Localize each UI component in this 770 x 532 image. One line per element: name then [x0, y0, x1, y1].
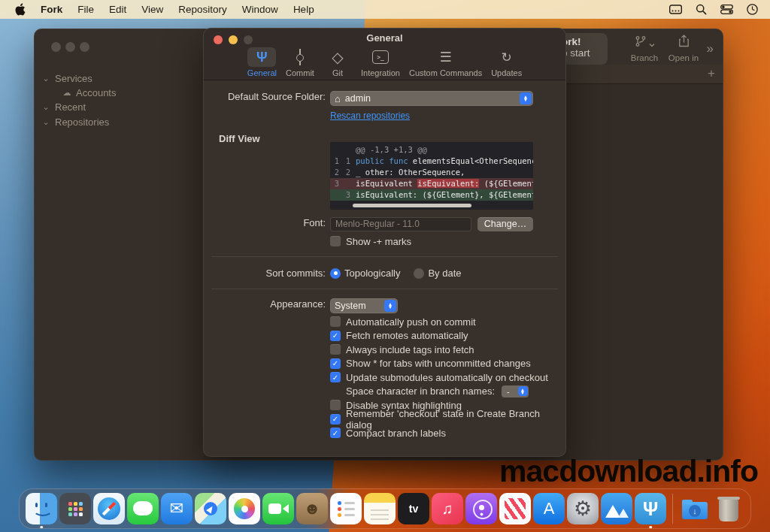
- diff-preview: @@ -1,3 +1,3 @@11public func elementsEqu…: [330, 142, 533, 210]
- integration-icon: >_: [372, 50, 389, 64]
- clock-icon[interactable]: [744, 4, 761, 15]
- apple-menu-icon[interactable]: [15, 3, 26, 16]
- divider: [211, 289, 558, 289]
- commit-icon: [293, 49, 307, 65]
- tab-integration[interactable]: >_Integration: [361, 47, 400, 80]
- dock-facetime-icon[interactable]: [262, 493, 294, 524]
- dock-notes-icon[interactable]: [364, 493, 396, 524]
- menu-window[interactable]: Window: [235, 4, 286, 15]
- chevron-down-icon: ⌄: [41, 74, 51, 83]
- menu-fork[interactable]: Fork: [33, 4, 70, 15]
- dock-safari-icon[interactable]: [93, 493, 125, 524]
- display-icon[interactable]: [666, 5, 685, 15]
- dock-music-icon[interactable]: ♫: [432, 493, 463, 524]
- checkbox-label: Update submodules automatically on check…: [346, 372, 548, 383]
- checkbox-label: Always include tags into fetch: [346, 344, 474, 355]
- menu-help[interactable]: Help: [286, 4, 322, 15]
- sidebar-item-accounts[interactable]: ☁Accounts: [62, 86, 116, 100]
- sort-commits-label: Sort commits:: [211, 268, 326, 279]
- checkbox-icon[interactable]: ✓: [330, 331, 341, 341]
- branch-icon: [635, 35, 647, 50]
- font-label: Font:: [211, 217, 326, 228]
- checkbox-unchecked[interactable]: [330, 236, 341, 246]
- open-in-button-label: Open in: [662, 53, 705, 62]
- change-font-button[interactable]: Change…: [477, 217, 533, 231]
- dock-mail-icon[interactable]: ✉: [161, 493, 192, 524]
- dock-fork-icon[interactable]: Ψ: [635, 493, 666, 524]
- menu-file[interactable]: File: [70, 4, 102, 15]
- open-in-button[interactable]: Open in: [662, 37, 705, 62]
- font-value-field: Menlo-Regular - 11.0: [330, 217, 471, 231]
- chevron-down-icon: [649, 37, 655, 50]
- checkbox-icon[interactable]: ✓: [330, 372, 341, 382]
- dock-launchpad-icon[interactable]: [59, 493, 91, 524]
- checkbox-icon[interactable]: ✓: [330, 358, 341, 369]
- branch-button-label: Branch: [623, 53, 665, 62]
- default-source-folder-select[interactable]: ⌂admin▲▼: [330, 91, 533, 106]
- branch-space-select[interactable]: -▲▼: [502, 385, 529, 397]
- sidebar-item-services[interactable]: ⌄Services: [41, 71, 92, 86]
- tab-custom-commands[interactable]: ☰Custom Commands: [409, 47, 482, 80]
- updates-icon: ↻: [502, 51, 512, 64]
- dock-podcasts-icon[interactable]: [465, 493, 497, 524]
- radio-by-date[interactable]: By date: [414, 268, 461, 279]
- menu-edit[interactable]: Edit: [102, 4, 134, 15]
- preferences-body: Default Source Folder: ⌂admin▲▼ Rescan r…: [204, 80, 565, 456]
- tab-general[interactable]: ΨGeneral: [247, 47, 277, 80]
- branch-space-row: Space character in branch names:-▲▼: [330, 385, 556, 399]
- search-icon[interactable]: [693, 4, 710, 15]
- checkbox-update-submodules-automatically-on-checkout[interactable]: ✓Update submodules automatically on chec…: [330, 370, 556, 385]
- checkbox-always-include-tags-into-fetch[interactable]: Always include tags into fetch: [330, 343, 556, 357]
- tab-updates[interactable]: ↻Updates: [491, 47, 522, 80]
- sidebar-item-recent[interactable]: ⌄Recent: [41, 100, 86, 114]
- toolbar-overflow-button[interactable]: »: [707, 41, 712, 56]
- radio-topologically[interactable]: Topologically: [330, 268, 400, 279]
- sidebar-item-label: Recent: [55, 101, 86, 113]
- show-marks-checkbox[interactable]: Show -+ marks: [330, 234, 533, 249]
- dock-appstore-icon[interactable]: A: [533, 493, 565, 524]
- add-tab-button[interactable]: +: [708, 66, 715, 81]
- checkbox-remember-checkout-state-in-create-branch-dialog[interactable]: ✓Remember 'checkout' state in Create Bra…: [330, 413, 556, 427]
- dock-news-icon[interactable]: [499, 493, 531, 524]
- checkbox-show-for-tabs-with-uncommitted-changes[interactable]: ✓Show * for tabs with uncommitted change…: [330, 357, 556, 371]
- dock-settings-icon[interactable]: ⚙: [567, 493, 599, 524]
- diff-line: 11public func elementsEqual<OtherSequenc…: [330, 156, 533, 167]
- checkbox-automatically-push-on-commit[interactable]: Automatically push on commit: [330, 315, 556, 329]
- watermark: macdownload.info: [499, 454, 758, 489]
- checkbox-icon[interactable]: [330, 344, 341, 355]
- sidebar-item-label: Repositories: [55, 116, 109, 128]
- dock-trash-icon[interactable]: [713, 493, 744, 524]
- horizontal-scrollbar[interactable]: [353, 204, 471, 207]
- dock-finder-icon[interactable]: [26, 493, 57, 524]
- appearance-select[interactable]: System▲▼: [330, 298, 398, 313]
- dock-maps-icon[interactable]: [195, 493, 226, 524]
- tab-git[interactable]: ◇Git: [323, 47, 352, 80]
- tab-label: Commit: [286, 68, 314, 77]
- tab-commit[interactable]: Commit: [286, 47, 314, 80]
- dock-contacts-icon[interactable]: ☻: [296, 493, 328, 524]
- checkbox-fetch-remotes-automatically[interactable]: ✓Fetch remotes automatically: [330, 329, 556, 343]
- branch-button[interactable]: Branch: [623, 37, 665, 62]
- sidebar-item-repositories[interactable]: ⌄Repositories: [41, 115, 109, 129]
- chevron-down-icon: ⌄: [41, 117, 51, 127]
- checkbox-icon[interactable]: ✓: [330, 414, 341, 425]
- dock-downloads-icon[interactable]: ↓: [679, 493, 711, 524]
- checkbox-icon[interactable]: [330, 316, 341, 327]
- dock-reminders-icon[interactable]: [330, 493, 362, 524]
- dock-appletv-icon[interactable]: tv: [398, 493, 429, 524]
- checkbox-label: Compact branch labels: [346, 428, 446, 439]
- show-marks-label: Show -+ marks: [346, 236, 411, 247]
- menu-view[interactable]: View: [134, 4, 171, 15]
- dock-messages-icon[interactable]: [127, 493, 159, 524]
- rescan-repositories-link[interactable]: Rescan repositories: [330, 110, 410, 121]
- stepper-icon: ▲▼: [518, 386, 528, 396]
- dock-mountains-icon[interactable]: [601, 493, 632, 524]
- tab-label: Custom Commands: [409, 68, 482, 77]
- control-center-icon[interactable]: [717, 5, 736, 14]
- checkbox-icon[interactable]: ✓: [330, 428, 341, 438]
- dock-photos-icon[interactable]: [229, 493, 260, 524]
- checkbox-icon[interactable]: [330, 400, 341, 410]
- menu-repository[interactable]: Repository: [171, 4, 235, 15]
- diff-line: 3isEquivalent isEquivalent: (${GElement}…: [330, 178, 533, 189]
- window-controls-inactive[interactable]: [51, 42, 89, 52]
